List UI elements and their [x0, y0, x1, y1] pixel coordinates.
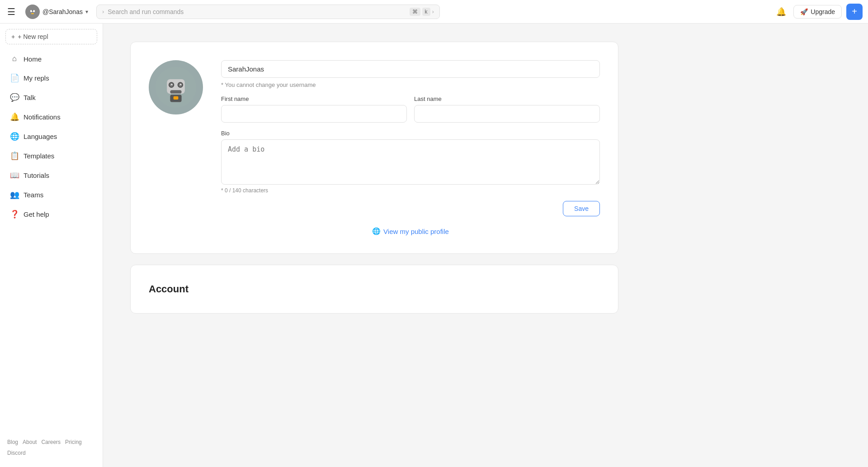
svg-rect-3 [31, 13, 34, 14]
username-note: * You cannot change your username [221, 81, 600, 88]
svg-rect-13 [170, 90, 181, 93]
last-name-input[interactable] [414, 105, 600, 123]
name-row: First name Last name [221, 95, 600, 123]
sidebar-item-talk-label: Talk [24, 94, 36, 101]
sidebar-item-templates[interactable]: 📋 Templates [3, 147, 100, 165]
talk-icon: 💬 [10, 93, 19, 102]
svg-point-11 [171, 84, 173, 85]
bio-textarea[interactable] [221, 139, 600, 185]
first-name-group: First name [221, 95, 407, 123]
account-card: Account [130, 265, 618, 314]
sidebar-item-teams-label: Teams [24, 191, 43, 199]
save-button[interactable]: Save [563, 201, 600, 216]
bio-count: * 0 / 140 characters [221, 187, 600, 194]
k-key: k [422, 8, 430, 16]
sidebar-item-get-help-label: Get help [24, 210, 49, 218]
repls-icon: 📄 [10, 73, 19, 83]
content-area: * You cannot change your username First … [103, 24, 868, 467]
topbar: ☰ @SarahJonas ▾ › Search and run command… [0, 0, 868, 24]
search-chevron-icon: › [102, 8, 104, 15]
footer-pricing[interactable]: Pricing [65, 439, 82, 445]
languages-icon: 🌐 [10, 132, 19, 141]
sidebar-item-talk[interactable]: 💬 Talk [3, 88, 100, 107]
content-inner: * You cannot change your username First … [103, 24, 646, 343]
search-placeholder-text: Search and run commands [108, 8, 406, 15]
sidebar: + + New repl ⌂ Home 📄 My repls 💬 Talk 🔔 … [0, 24, 103, 467]
user-avatar [25, 5, 40, 19]
help-icon: ❓ [10, 210, 19, 219]
new-repl-sidebar-button[interactable]: + + New repl [5, 29, 97, 44]
new-repl-sidebar-label: + New repl [18, 33, 48, 40]
upgrade-button[interactable]: 🚀 Upgrade [793, 5, 842, 19]
sidebar-item-tutorials-label: Tutorials [24, 172, 49, 179]
user-menu-chevron: ▾ [85, 9, 88, 15]
profile-card: * You cannot change your username First … [130, 42, 618, 254]
svg-point-12 [180, 84, 181, 85]
user-menu-button[interactable]: @SarahJonas ▾ [22, 3, 92, 21]
view-profile-label: View my public profile [383, 228, 449, 235]
sidebar-item-languages[interactable]: 🌐 Languages [3, 127, 100, 146]
sidebar-item-templates-label: Templates [24, 152, 54, 160]
notification-container: 🔔 Notifications View all › All Unread No… [774, 4, 789, 19]
last-name-label: Last name [414, 95, 600, 102]
hamburger-button[interactable]: ☰ [5, 5, 17, 19]
sidebar-item-my-repls[interactable]: 📄 My repls [3, 69, 100, 87]
footer-blog[interactable]: Blog [7, 439, 18, 445]
topbar-left: ☰ @SarahJonas ▾ [5, 3, 92, 21]
account-title: Account [149, 283, 600, 295]
search-bar[interactable]: › Search and run commands ⌘ k › [96, 5, 440, 19]
last-name-group: Last name [414, 95, 600, 123]
notification-button[interactable]: 🔔 [774, 4, 789, 19]
notifications-icon: 🔔 [10, 112, 19, 122]
profile-avatar-area [149, 60, 203, 114]
search-shortcut: ⌘ k › [410, 8, 434, 16]
templates-icon: 📋 [10, 151, 19, 161]
avatar-image [27, 6, 38, 17]
sidebar-item-teams[interactable]: 👥 Teams [3, 186, 100, 204]
footer-about[interactable]: About [23, 439, 37, 445]
topbar-right: 🔔 Notifications View all › All Unread No… [774, 4, 863, 20]
profile-form: * You cannot change your username First … [221, 60, 600, 235]
sidebar-item-languages-label: Languages [24, 133, 57, 140]
svg-rect-15 [174, 96, 179, 100]
profile-avatar [149, 60, 203, 114]
plus-icon: + [11, 33, 15, 40]
profile-section: * You cannot change your username First … [149, 60, 600, 235]
footer-careers[interactable]: Careers [41, 439, 61, 445]
sidebar-item-tutorials[interactable]: 📖 Tutorials [3, 166, 100, 185]
sidebar-item-home[interactable]: ⌂ Home [3, 50, 100, 68]
upgrade-label: Upgrade [811, 8, 835, 15]
bio-label: Bio [221, 130, 600, 137]
upgrade-icon: 🚀 [800, 8, 808, 15]
home-icon: ⌂ [10, 54, 19, 63]
svg-rect-4 [32, 10, 33, 11]
first-name-input[interactable] [221, 105, 407, 123]
footer-discord[interactable]: Discord [7, 450, 26, 456]
teams-icon: 👥 [10, 190, 19, 200]
cmd-key: ⌘ [410, 8, 420, 16]
sidebar-item-my-repls-label: My repls [24, 74, 49, 82]
bio-group: Bio * 0 / 140 characters [221, 130, 600, 194]
footer-links: Blog About Careers Pricing Discord [7, 439, 95, 456]
robot-avatar-svg [156, 67, 196, 108]
main-layout: + + New repl ⌂ Home 📄 My repls 💬 Talk 🔔 … [0, 24, 868, 467]
sidebar-item-home-label: Home [24, 55, 42, 63]
globe-icon: 🌐 [372, 227, 381, 235]
sidebar-item-notifications[interactable]: 🔔 Notifications [3, 108, 100, 126]
sidebar-item-notifications-label: Notifications [24, 113, 61, 121]
new-repl-top-button[interactable]: + [846, 4, 863, 20]
username-input[interactable] [221, 60, 600, 78]
sidebar-footer: Blog About Careers Pricing Discord [0, 434, 103, 462]
view-profile-link[interactable]: 🌐 View my public profile [221, 227, 600, 235]
sidebar-item-get-help[interactable]: ❓ Get help [3, 205, 100, 224]
username-label: @SarahJonas [42, 8, 83, 15]
tutorials-icon: 📖 [10, 171, 19, 180]
first-name-label: First name [221, 95, 407, 102]
svg-point-0 [27, 6, 38, 17]
chevron-right-icon: › [432, 8, 434, 15]
sidebar-nav: ⌂ Home 📄 My repls 💬 Talk 🔔 Notifications… [0, 50, 103, 434]
